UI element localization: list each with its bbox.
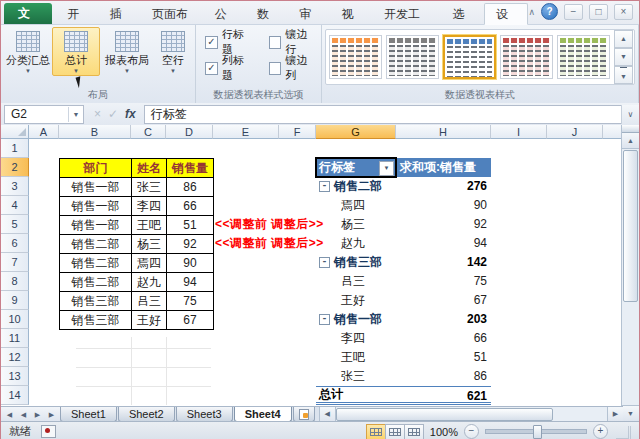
cell[interactable]: 张三 bbox=[316, 367, 396, 386]
cell[interactable]: 销售二部 bbox=[60, 254, 132, 273]
cell[interactable]: -销售二部 bbox=[316, 177, 396, 196]
help-icon[interactable]: ? bbox=[541, 3, 558, 20]
normal-view-icon[interactable] bbox=[366, 424, 386, 439]
insert-worksheet-icon[interactable] bbox=[293, 407, 315, 422]
col-headers-checkbox[interactable]: ✓ 列标题 bbox=[205, 57, 255, 79]
pivot-style-red[interactable] bbox=[500, 35, 553, 79]
gallery-down-icon[interactable]: ▼ bbox=[614, 48, 633, 66]
row-header-2-selected[interactable]: 2 bbox=[1, 158, 29, 177]
blank-rows-button[interactable]: 空行 ▼ bbox=[154, 27, 192, 76]
cell[interactable]: 吕三 bbox=[316, 272, 396, 291]
cell[interactable]: 李四 bbox=[132, 197, 167, 216]
insert-function-icon[interactable]: fx bbox=[125, 107, 136, 121]
tab-design[interactable]: 设计 bbox=[484, 3, 528, 25]
horizontal-scroll-thumb[interactable] bbox=[336, 408, 553, 421]
scroll-down-icon[interactable]: ▼ bbox=[622, 405, 639, 421]
col-header-B[interactable]: B bbox=[59, 125, 131, 139]
tab-formulas[interactable]: 公式 bbox=[204, 4, 246, 24]
report-layout-button[interactable]: 报表布局 ▼ bbox=[100, 27, 154, 76]
cell[interactable]: 杨三 bbox=[132, 235, 167, 254]
collapse-icon[interactable]: - bbox=[319, 314, 330, 325]
next-sheet-icon[interactable]: ▶ bbox=[31, 411, 44, 419]
cell[interactable]: 吕三 bbox=[132, 292, 167, 311]
tab-page-layout[interactable]: 页面布局 bbox=[141, 4, 204, 24]
row-header-1[interactable]: 1 bbox=[1, 139, 29, 158]
cell[interactable]: 66 bbox=[167, 197, 214, 216]
cell[interactable]: 94 bbox=[396, 234, 491, 253]
cell[interactable]: 销售二部 bbox=[60, 273, 132, 292]
cell[interactable]: 621 bbox=[396, 387, 491, 402]
row-header-11[interactable]: 11 bbox=[1, 329, 29, 348]
page-layout-view-icon[interactable] bbox=[385, 424, 405, 439]
scroll-up-icon[interactable]: ▲ bbox=[622, 133, 639, 149]
cell[interactable]: 焉四 bbox=[316, 196, 396, 215]
tab-view[interactable]: 视图 bbox=[331, 4, 373, 24]
col-header-D[interactable]: D bbox=[166, 125, 213, 139]
banded-cols-checkbox[interactable]: 镶边列 bbox=[269, 57, 319, 79]
last-sheet-icon[interactable]: ▶ bbox=[45, 411, 58, 419]
collapse-ribbon-icon[interactable]: ∧ bbox=[528, 7, 535, 17]
tab-review[interactable]: 审阅 bbox=[288, 4, 330, 24]
col-header-A[interactable]: A bbox=[29, 125, 59, 139]
cell[interactable]: 李四 bbox=[316, 329, 396, 348]
cell[interactable]: 销售三部 bbox=[60, 292, 132, 311]
cell[interactable]: 王吧 bbox=[132, 216, 167, 235]
cell[interactable]: 92 bbox=[167, 235, 214, 254]
row-header-6[interactable]: 6 bbox=[1, 234, 29, 253]
cell[interactable]: 部门 bbox=[60, 159, 132, 178]
zoom-slider[interactable] bbox=[485, 429, 587, 434]
cell[interactable]: -销售一部 bbox=[316, 310, 396, 329]
gallery-up-icon[interactable]: ▲ bbox=[614, 30, 633, 48]
previous-sheet-icon[interactable]: ◀ bbox=[17, 411, 30, 419]
sheet-tab-sheet2[interactable]: Sheet2 bbox=[118, 407, 175, 422]
cell[interactable]: 75 bbox=[396, 272, 491, 291]
subtotals-button[interactable]: 分类汇总 ▼ bbox=[4, 27, 52, 76]
tab-developer[interactable]: 开发工具 bbox=[373, 4, 436, 24]
row-header-13[interactable]: 13 bbox=[1, 367, 29, 386]
cell[interactable]: 销售一部 bbox=[60, 178, 132, 197]
col-header-J[interactable]: J bbox=[547, 125, 603, 139]
col-header-F[interactable]: F bbox=[279, 125, 316, 139]
row-header-5[interactable]: 5 bbox=[1, 215, 29, 234]
collapse-icon[interactable]: - bbox=[319, 181, 330, 192]
cell[interactable]: 86 bbox=[167, 178, 214, 197]
cell[interactable]: 王好 bbox=[316, 291, 396, 310]
pivot-style-gray[interactable] bbox=[386, 35, 439, 79]
cell[interactable]: 王好 bbox=[132, 311, 167, 330]
zoom-out-icon[interactable]: − bbox=[464, 424, 479, 439]
row-header-7[interactable]: 7 bbox=[1, 253, 29, 272]
collapse-icon[interactable]: - bbox=[319, 257, 330, 268]
cell[interactable]: 142 bbox=[396, 253, 491, 272]
pivot-style-green[interactable] bbox=[557, 35, 610, 79]
cell[interactable]: 焉四 bbox=[132, 254, 167, 273]
pivot-style-blue-selected[interactable] bbox=[443, 35, 496, 79]
tab-insert[interactable]: 插入 bbox=[99, 4, 141, 24]
cell[interactable]: 销售一部 bbox=[60, 216, 132, 235]
cell[interactable]: 销售一部 bbox=[60, 197, 132, 216]
name-box[interactable]: G2 ▼ bbox=[4, 105, 84, 124]
tab-home[interactable]: 开始 bbox=[56, 4, 98, 24]
resize-grip[interactable] bbox=[616, 426, 631, 439]
cell[interactable]: 总计 bbox=[316, 387, 396, 402]
row-header-14[interactable]: 14 bbox=[1, 386, 29, 405]
zoom-slider-thumb[interactable] bbox=[533, 425, 542, 439]
banded-rows-checkbox[interactable]: 镶边行 bbox=[269, 31, 319, 53]
cell[interactable]: 张三 bbox=[132, 178, 167, 197]
cell[interactable]: 67 bbox=[167, 311, 214, 330]
cell[interactable]: -销售三部 bbox=[316, 253, 396, 272]
col-header-G-selected[interactable]: G bbox=[316, 125, 396, 139]
zoom-in-icon[interactable]: + bbox=[593, 424, 608, 439]
row-header-4[interactable]: 4 bbox=[1, 196, 29, 215]
cell[interactable]: 赵九 bbox=[132, 273, 167, 292]
tab-file[interactable]: 文件 bbox=[4, 3, 52, 24]
vertical-scrollbar[interactable]: ▲ ▼ bbox=[621, 125, 639, 421]
col-header-H[interactable]: H bbox=[396, 125, 491, 139]
first-sheet-icon[interactable]: ◀ bbox=[3, 411, 16, 419]
cell[interactable]: 66 bbox=[396, 329, 491, 348]
row-header-8[interactable]: 8 bbox=[1, 272, 29, 291]
row-header-12[interactable]: 12 bbox=[1, 348, 29, 367]
formula-input[interactable]: 行标签 bbox=[144, 105, 621, 124]
cell[interactable]: 203 bbox=[396, 310, 491, 329]
cell[interactable]: 销售二部 bbox=[60, 235, 132, 254]
cell[interactable]: 86 bbox=[396, 367, 491, 386]
